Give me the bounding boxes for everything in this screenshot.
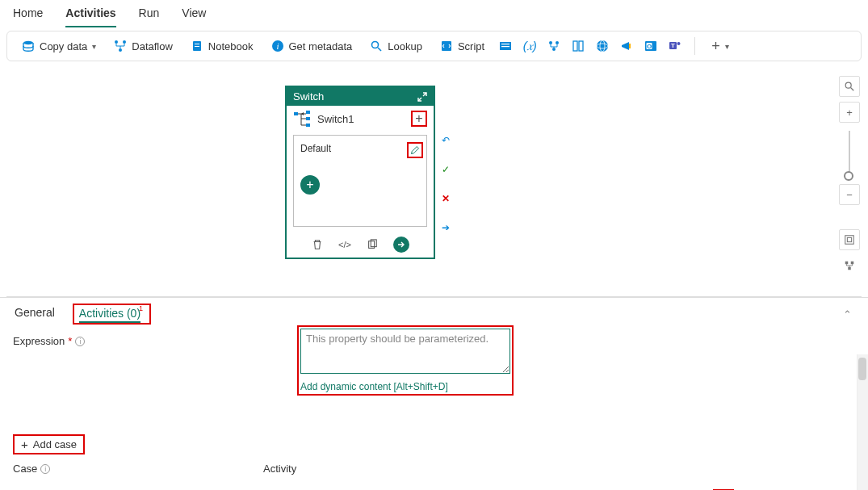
svg-rect-40 <box>306 124 310 127</box>
default-case-box[interactable]: Default + <box>293 135 427 227</box>
svg-rect-6 <box>195 46 199 47</box>
switch-name-label: Switch1 <box>317 113 354 125</box>
zoom-in-button[interactable]: + <box>839 102 860 123</box>
svg-point-30 <box>845 82 851 88</box>
info-icon[interactable]: i <box>75 337 85 346</box>
delete-icon[interactable] <box>311 238 324 251</box>
toolbar-extra-1-icon[interactable] <box>496 36 515 56</box>
zoom-controls: + − <box>839 76 860 276</box>
layout-button[interactable] <box>839 255 860 276</box>
panel-scrollbar[interactable] <box>857 354 868 490</box>
skip-arrow-icon: ➔ <box>439 221 452 234</box>
tab-run[interactable]: Run <box>139 6 160 27</box>
add-activity-to-case-button[interactable]: + <box>300 175 320 195</box>
add-case-button[interactable]: + Add case <box>13 434 85 454</box>
plus-icon: + <box>21 438 28 451</box>
svg-rect-33 <box>847 237 851 241</box>
copy-data-button[interactable]: Copy data ▾ <box>15 36 103 56</box>
svg-rect-32 <box>845 236 854 245</box>
svg-point-16 <box>556 41 559 44</box>
svg-point-17 <box>552 48 556 51</box>
case-column-header: Case i <box>13 463 263 475</box>
collapse-panel-button[interactable]: ⌃ <box>843 308 855 320</box>
code-icon[interactable]: </> <box>338 238 351 251</box>
canvas-search-button[interactable] <box>839 76 860 97</box>
script-label: Script <box>458 40 484 52</box>
add-activity-button[interactable]: + ▾ <box>705 35 736 58</box>
fit-to-screen-button[interactable] <box>839 229 860 250</box>
teams-icon[interactable]: T <box>665 36 685 56</box>
zoom-slider[interactable] <box>849 131 850 176</box>
get-metadata-label: Get metadata <box>289 40 353 52</box>
expression-label: Expression * i <box>13 335 85 347</box>
svg-rect-13 <box>501 44 509 44</box>
svg-line-31 <box>851 88 854 91</box>
add-case-label: Add case <box>33 438 77 450</box>
switch-activity-node[interactable]: Switch Switch1 + Default + </> <box>285 86 435 259</box>
globe-icon[interactable] <box>593 36 612 56</box>
tab-activities[interactable]: Activities <box>65 6 115 27</box>
dataflow-label: Dataflow <box>132 40 173 52</box>
tab-view[interactable]: View <box>182 6 206 27</box>
panel-body: Expression * i Add dynamic content [Alt+… <box>0 325 868 490</box>
svg-rect-5 <box>195 44 199 44</box>
tab-home[interactable]: Home <box>13 6 43 27</box>
svg-rect-35 <box>851 262 854 265</box>
svg-rect-39 <box>306 117 310 120</box>
svg-rect-36 <box>848 267 851 270</box>
add-case-icon-button[interactable]: + <box>411 111 427 127</box>
expand-icon[interactable] <box>417 92 427 102</box>
case-header-text: Case <box>13 463 37 475</box>
required-asterisk: * <box>68 335 72 347</box>
edit-default-case-button[interactable] <box>407 142 423 158</box>
activities-toolbar: Copy data ▾ Dataflow Notebook i Get meta… <box>6 31 862 61</box>
info-icon: i <box>271 40 284 52</box>
info-icon[interactable]: i <box>40 464 50 474</box>
expression-input[interactable] <box>300 329 510 374</box>
top-nav-tabs: Home Activities Run View <box>0 0 868 27</box>
svg-text:O: O <box>647 43 652 50</box>
lookup-label: Lookup <box>388 40 422 52</box>
lookup-button[interactable]: Lookup <box>363 36 429 56</box>
get-metadata-button[interactable]: i Get metadata <box>265 36 359 56</box>
add-dynamic-content-link[interactable]: Add dynamic content [Alt+Shift+D] <box>300 381 510 392</box>
pipeline-canvas[interactable]: + − Switch Switch1 + Default <box>6 65 862 297</box>
switch-type-label: Switch <box>293 90 324 103</box>
script-button[interactable]: Script <box>434 36 491 56</box>
zoom-out-button[interactable]: − <box>839 184 860 205</box>
notebook-label: Notebook <box>208 40 254 52</box>
svg-rect-18 <box>573 41 577 51</box>
search-icon <box>370 40 383 52</box>
toolbar-extra-3-icon[interactable] <box>544 36 564 56</box>
tab-badge: 1 <box>139 304 143 312</box>
panel-tab-activities[interactable]: Activities (0) <box>79 307 140 323</box>
run-icon[interactable] <box>393 237 409 253</box>
dataflow-button[interactable]: Dataflow <box>107 36 179 56</box>
svg-text:T: T <box>671 42 675 49</box>
svg-point-0 <box>23 41 33 44</box>
success-check-icon: ✓ <box>439 163 452 176</box>
database-icon <box>22 40 35 52</box>
copy-icon[interactable] <box>366 238 379 251</box>
notebook-button[interactable]: Notebook <box>184 36 260 56</box>
megaphone-icon[interactable] <box>617 36 636 56</box>
failure-x-icon: ✕ <box>439 192 452 205</box>
node-side-icons: ↶ ✓ ✕ ➔ <box>439 134 452 234</box>
zoom-thumb[interactable] <box>844 171 853 181</box>
variable-icon[interactable]: (𝑥) <box>520 36 539 56</box>
panel-tab-activities-highlight: Activities (0)1 <box>73 304 151 325</box>
expression-highlight-box: Add dynamic content [Alt+Shift+D] <box>297 325 514 396</box>
svg-rect-14 <box>501 46 509 47</box>
chevron-down-icon: ▾ <box>92 42 96 51</box>
svg-rect-19 <box>579 41 583 51</box>
scrollbar-thumb[interactable] <box>858 358 866 380</box>
svg-point-29 <box>677 42 681 45</box>
outlook-icon[interactable]: O <box>641 36 660 56</box>
svg-point-15 <box>549 41 552 44</box>
svg-point-1 <box>115 40 118 44</box>
svg-point-3 <box>119 48 122 52</box>
panel-tab-general[interactable]: General <box>13 303 57 325</box>
undo-icon[interactable]: ↶ <box>439 134 452 147</box>
properties-panel: General Activities (0)1 ⌃ Expression * i… <box>0 297 868 490</box>
toolbar-extra-4-icon[interactable] <box>568 36 588 56</box>
